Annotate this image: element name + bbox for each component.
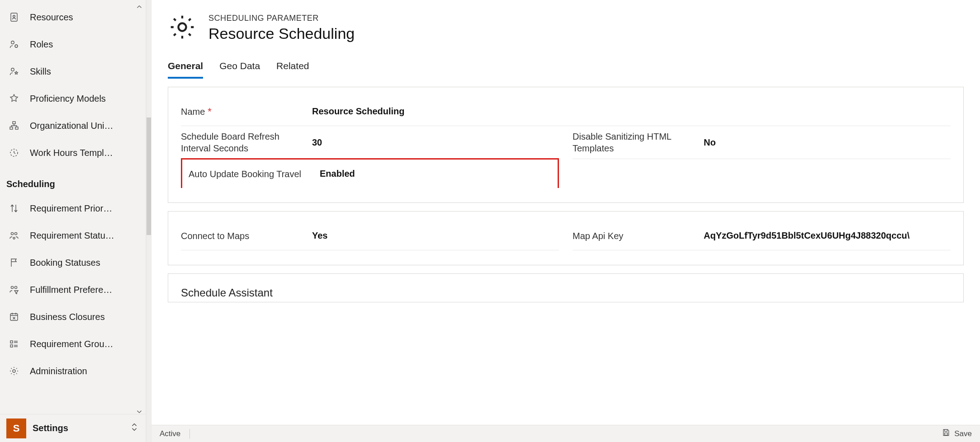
field-name[interactable]: Name * Resource Scheduling [181, 97, 951, 126]
sidebar-scroll-down[interactable] [134, 407, 144, 417]
person-star-icon [8, 66, 20, 77]
requirement-list-icon [8, 338, 20, 350]
field-empty [573, 159, 951, 188]
field-value[interactable]: 30 [312, 137, 559, 148]
sidebar-item-label: Organizational Uni… [30, 121, 137, 131]
sidebar-item-label: Fulfillment Prefere… [30, 285, 137, 295]
sidebar-item-label: Administration [30, 366, 137, 376]
scrollbar-thumb[interactable] [147, 118, 151, 235]
tab-general[interactable]: General [168, 61, 203, 79]
sidebar: Resources Roles Skills Proficiency Model… [0, 0, 147, 442]
sidebar-item-label: Work Hours Templ… [30, 148, 137, 158]
field-map-api-key[interactable]: Map Api Key AqYzGoLfTyr9d51Bbl5tCexU6UHg… [573, 221, 951, 250]
content-scrollbar[interactable] [147, 0, 151, 442]
svg-point-17 [13, 370, 15, 372]
area-switcher[interactable]: S Settings [0, 414, 146, 442]
svg-point-1 [13, 15, 15, 18]
area-name: Settings [33, 423, 123, 433]
main-area: SCHEDULING PARAMETER Resource Scheduling… [151, 0, 980, 442]
main-scroll[interactable]: SCHEDULING PARAMETER Resource Scheduling… [151, 0, 980, 425]
sidebar-item-label: Requirement Statu… [30, 230, 137, 241]
svg-rect-5 [13, 122, 15, 124]
field-label: Disable Sanitizing HTML Templates [573, 131, 704, 154]
svg-point-2 [11, 41, 14, 44]
label-text: Name [181, 106, 205, 118]
sidebar-section-scheduling: Scheduling [0, 166, 146, 195]
org-chart-icon [8, 120, 20, 132]
people-filter-icon [8, 284, 20, 296]
field-value[interactable]: Yes [312, 230, 559, 241]
panel-maps: Connect to Maps Yes Map Api Key AqYzGoLf… [168, 211, 964, 265]
sidebar-item-requirement-priorities[interactable]: Requirement Prior… [0, 195, 146, 222]
person-cog-icon [8, 38, 20, 50]
field-disable-sanitizing[interactable]: Disable Sanitizing HTML Templates No [573, 126, 951, 159]
tab-geo-data[interactable]: Geo Data [219, 61, 260, 79]
sidebar-item-requirement-statuses[interactable]: Requirement Statu… [0, 222, 146, 249]
sidebar-item-roles[interactable]: Roles [0, 31, 146, 58]
section-heading-schedule-assistant: Schedule Assistant [181, 284, 951, 299]
required-asterisk-icon: * [208, 107, 212, 117]
sidebar-item-requirement-groups[interactable]: Requirement Grou… [0, 330, 146, 357]
record-header: SCHEDULING PARAMETER Resource Scheduling [168, 0, 964, 49]
record-status: Active [160, 429, 180, 438]
sidebar-item-organizational-units[interactable]: Organizational Uni… [0, 112, 146, 139]
svg-point-12 [11, 286, 13, 288]
sidebar-item-skills[interactable]: Skills [0, 58, 146, 85]
field-label: Map Api Key [573, 230, 704, 242]
statusbar-divider [189, 429, 190, 439]
svg-point-4 [11, 68, 14, 71]
field-value[interactable]: Enabled [320, 169, 551, 179]
svg-rect-14 [10, 314, 18, 320]
svg-point-9 [11, 232, 13, 235]
svg-point-10 [14, 232, 17, 235]
sidebar-item-administration[interactable]: Administration [0, 357, 146, 385]
svg-rect-16 [10, 345, 13, 347]
record-gear-icon [168, 13, 197, 43]
svg-rect-19 [945, 433, 948, 435]
form-tabs: General Geo Data Related [168, 49, 964, 79]
people-status-icon [8, 230, 20, 241]
sidebar-item-label: Requirement Prior… [30, 203, 137, 214]
svg-rect-15 [10, 341, 13, 343]
sidebar-item-business-closures[interactable]: Business Closures [0, 303, 146, 330]
clock-dashed-icon [8, 147, 20, 159]
panel-schedule-assistant: Schedule Assistant [168, 273, 964, 302]
tab-related[interactable]: Related [276, 61, 309, 79]
svg-point-11 [13, 237, 15, 239]
clipboard-person-icon [8, 11, 20, 23]
area-switcher-chevrons-icon [129, 422, 139, 434]
field-value[interactable]: Resource Scheduling [312, 106, 951, 117]
app-shell: Resources Roles Skills Proficiency Model… [0, 0, 980, 442]
svg-point-13 [14, 286, 17, 288]
up-down-arrow-icon [8, 202, 20, 214]
sidebar-scroll-up[interactable] [134, 2, 144, 12]
svg-point-18 [178, 23, 186, 31]
record-entity-label: SCHEDULING PARAMETER [208, 14, 355, 23]
sidebar-item-label: Business Closures [30, 312, 137, 322]
area-letter-badge: S [6, 418, 26, 438]
field-label: Schedule Board Refresh Interval Seconds [181, 131, 312, 154]
field-value[interactable]: AqYzGoLfTyr9d51Bbl5tCexU6UHg4J88320qccu\ [704, 230, 951, 241]
star-icon [8, 93, 20, 104]
sidebar-item-label: Proficiency Models [30, 94, 137, 104]
svg-rect-7 [15, 127, 18, 129]
field-refresh-interval[interactable]: Schedule Board Refresh Interval Seconds … [181, 126, 559, 159]
sidebar-scroll-area[interactable]: Resources Roles Skills Proficiency Model… [0, 0, 146, 414]
field-auto-update-booking-travel[interactable]: Auto Update Booking Travel Enabled [181, 158, 559, 188]
svg-rect-6 [10, 127, 13, 129]
sidebar-item-fulfillment-preferences[interactable]: Fulfillment Prefere… [0, 276, 146, 303]
sidebar-item-resources[interactable]: Resources [0, 4, 146, 31]
field-label: Name * [181, 106, 312, 118]
panel-general: Name * Resource Scheduling Schedule Boar… [168, 87, 964, 203]
field-value[interactable]: No [704, 137, 951, 148]
calendar-x-icon [8, 311, 20, 323]
field-connect-to-maps[interactable]: Connect to Maps Yes [181, 221, 559, 250]
gear-icon [8, 365, 20, 377]
sidebar-item-work-hours-templates[interactable]: Work Hours Templ… [0, 139, 146, 166]
save-button[interactable]: Save [942, 428, 972, 439]
sidebar-item-proficiency-models[interactable]: Proficiency Models [0, 85, 146, 112]
save-label: Save [954, 429, 972, 438]
record-title: Resource Scheduling [208, 25, 355, 42]
sidebar-item-booking-statuses[interactable]: Booking Statuses [0, 249, 146, 276]
sidebar-item-label: Skills [30, 66, 137, 77]
